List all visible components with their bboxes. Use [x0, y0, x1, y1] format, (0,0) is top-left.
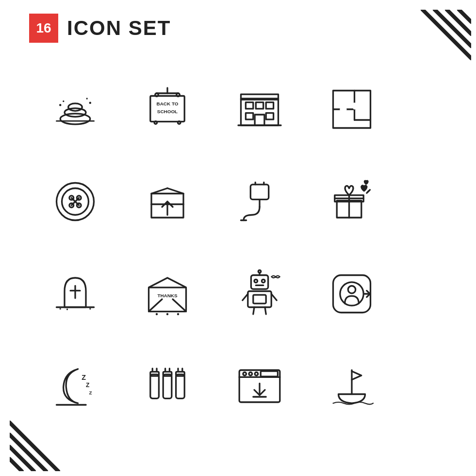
icons-grid: BACK TO SCHOOL: [29, 63, 398, 432]
svg-text:Z: Z: [86, 382, 90, 389]
icon-browser-download: [213, 340, 306, 432]
svg-rect-29: [266, 102, 273, 109]
svg-point-12: [59, 104, 61, 106]
icon-gift-box: [306, 155, 398, 248]
svg-text:BACK TO: BACK TO: [157, 101, 179, 106]
svg-line-87: [253, 307, 254, 314]
svg-point-82: [258, 270, 261, 273]
icon-boat-flag: [306, 340, 398, 432]
svg-text:THANKS: THANKS: [157, 293, 178, 298]
svg-point-14: [89, 102, 91, 104]
icon-school-building: [213, 63, 306, 155]
svg-point-11: [68, 103, 82, 111]
svg-line-6: [10, 447, 34, 471]
svg-rect-101: [163, 374, 172, 399]
svg-point-113: [255, 372, 258, 375]
icon-thank-you-mail: THANKS: [121, 248, 213, 340]
svg-rect-27: [246, 102, 253, 109]
svg-point-23: [154, 121, 157, 124]
svg-rect-97: [150, 374, 159, 399]
icon-sewing-button: [29, 155, 121, 248]
svg-point-10: [65, 108, 86, 117]
svg-point-68: [66, 308, 68, 310]
badge-number: 16: [29, 14, 58, 43]
icon-sleep-moon: Z Z Z: [29, 340, 121, 432]
svg-point-13: [63, 101, 64, 102]
svg-point-69: [89, 308, 91, 309]
svg-point-78: [254, 279, 258, 283]
icon-gravestone: [29, 248, 121, 340]
icon-stones: [29, 63, 121, 155]
svg-line-86: [271, 294, 277, 300]
page-title: ICON SET: [67, 17, 171, 40]
icon-upload-box: [121, 155, 213, 248]
svg-point-9: [60, 114, 90, 124]
svg-rect-70: [149, 288, 186, 312]
svg-point-75: [166, 313, 168, 315]
svg-rect-30: [246, 113, 253, 119]
svg-text:SCHOOL: SCHOOL: [157, 109, 178, 114]
svg-line-72: [173, 299, 186, 311]
icon-back-to-school: BACK TO SCHOOL: [121, 63, 213, 155]
icon-mri-scan: [306, 248, 398, 340]
svg-rect-32: [255, 115, 264, 125]
svg-rect-31: [266, 113, 273, 119]
icon-paint-tubes: [121, 340, 213, 432]
svg-line-7: [10, 459, 22, 471]
svg-point-111: [243, 372, 246, 375]
svg-rect-77: [251, 275, 268, 289]
svg-line-3: [459, 10, 471, 22]
svg-point-15: [86, 98, 88, 99]
svg-line-85: [243, 294, 248, 300]
svg-line-88: [265, 307, 266, 314]
icon-power-plug: [213, 155, 306, 248]
svg-rect-26: [241, 94, 279, 100]
header: 16 ICON SET: [29, 14, 171, 43]
svg-text:Z: Z: [89, 390, 92, 395]
svg-point-76: [177, 313, 179, 315]
svg-point-67: [60, 308, 61, 309]
svg-line-2: [447, 10, 471, 34]
svg-point-91: [348, 286, 355, 293]
icon-floor-plan: [306, 63, 398, 155]
decoration-stripes-top-right: [408, 10, 466, 68]
icon-robot: [213, 248, 306, 340]
svg-point-79: [262, 279, 265, 283]
svg-text:Z: Z: [82, 374, 86, 381]
svg-rect-84: [253, 295, 266, 304]
svg-rect-83: [248, 291, 271, 307]
svg-point-112: [249, 372, 252, 375]
svg-point-74: [156, 313, 158, 315]
svg-line-71: [149, 299, 163, 311]
svg-rect-114: [261, 371, 278, 376]
svg-point-24: [178, 121, 181, 124]
svg-rect-105: [176, 374, 185, 399]
svg-rect-28: [256, 102, 263, 109]
svg-rect-53: [250, 185, 268, 200]
svg-line-63: [367, 191, 369, 193]
